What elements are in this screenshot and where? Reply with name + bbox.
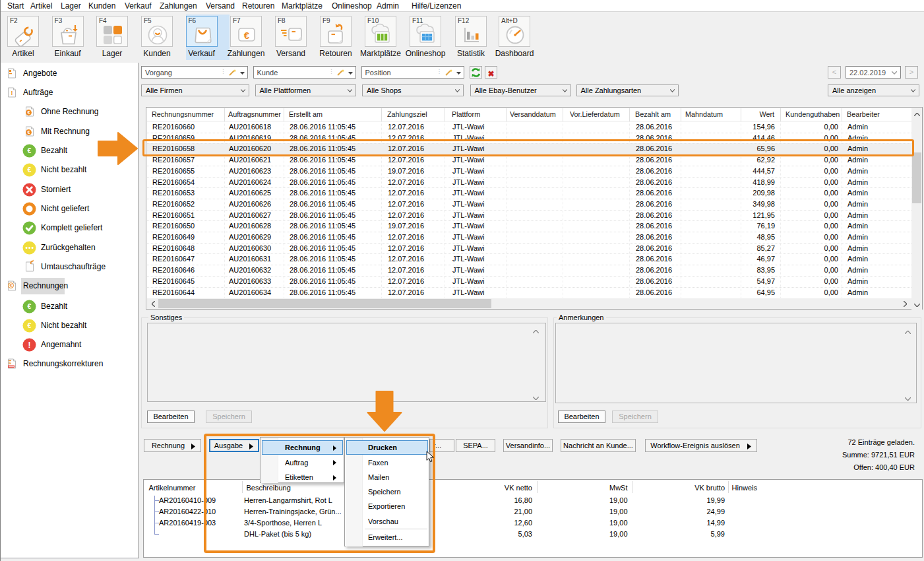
svg-text:!: ! [28, 341, 31, 350]
svg-text:!: ! [11, 90, 13, 96]
svg-text:€: € [28, 147, 32, 154]
svg-text:€: € [28, 302, 32, 310]
svg-text:€: € [244, 30, 250, 41]
svg-text:€: € [28, 321, 32, 329]
svg-text:€: € [28, 166, 32, 174]
